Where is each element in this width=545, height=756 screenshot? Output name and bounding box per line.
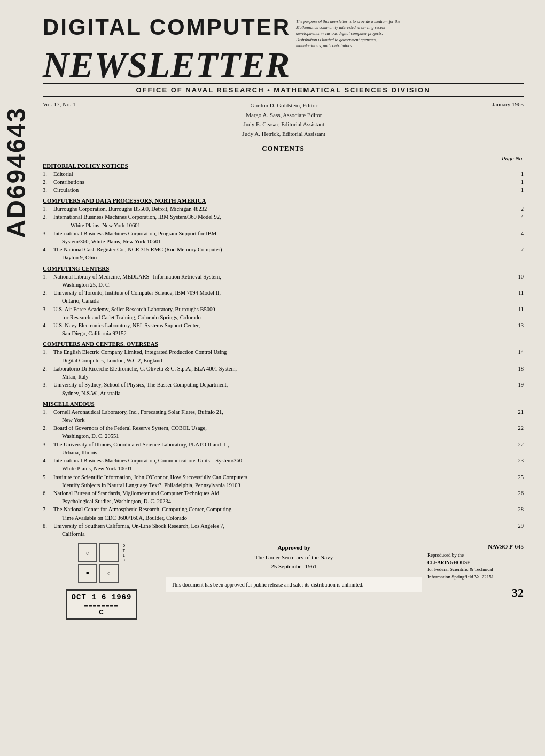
oct-stamp: OCT 1 6 1969 ▬▬▬▬▬▬▬▬ C [66, 589, 138, 620]
toc-container: EDITORIAL POLICY NOTICES 1. Editorial 1 … [43, 163, 524, 538]
toc-entry: 7. The National Center for Atmospheric R… [43, 505, 524, 521]
title-block: DIGITAL COMPUTER The purpose of this new… [43, 16, 524, 81]
clearinghouse-line2: CLEARINGHOUSE [427, 559, 524, 567]
toc-entry: 2. Laboratorio Di Ricerche Elettroniche,… [43, 365, 524, 381]
clearinghouse-block: NAVSO P-645 Reproduced by the CLEARINGHO… [427, 543, 524, 600]
page-number: 32 [512, 586, 524, 600]
toc-entry: 1. Cornell Aeronautical Laboratory, Inc.… [43, 408, 524, 424]
page-no-label: Page No. [43, 155, 524, 161]
toc-entry: 5. Institute for Scientific Information,… [43, 473, 524, 489]
dtic-box-4: ○ [99, 564, 119, 583]
clearinghouse-section: Reproduced by the CLEARINGHOUSE for Fede… [427, 552, 524, 581]
office-line: OFFICE OF NAVAL RESEARCH • MATHEMATICAL … [43, 83, 524, 97]
approved-date: 25 September 1961 [166, 562, 422, 572]
navso-label: NAVSO P-645 [427, 543, 524, 550]
toc-section-computers-overseas: COMPUTERS AND CENTERS, OVERSEAS 1. The E… [43, 341, 524, 397]
main-content: DIGITAL COMPUTER The purpose of this new… [32, 0, 545, 756]
toc-entry: 2. University of Toronto, Institute of C… [43, 289, 524, 305]
editor-2: Margo A. Sass, Associate Editor [242, 111, 325, 120]
toc-entry: 1. The English Electric Company Limited,… [43, 348, 524, 364]
oct-stamp-text: OCT 1 6 1969 [72, 593, 132, 601]
toc-entry: 1. Editorial 1 [43, 170, 524, 178]
toc-section-miscellaneous: MISCELLANEOUS 1. Cornell Aeronautical La… [43, 400, 524, 538]
toc-entry: 3. International Business Machines Corpo… [43, 229, 524, 245]
toc-entry: 3. University of Sydney, School of Physi… [43, 381, 524, 397]
approved-box: This document has been approved for publ… [166, 577, 422, 592]
digital-computer-title: DIGITAL COMPUTER [43, 16, 291, 38]
approved-by: Approved by [166, 543, 422, 553]
toc-entry: 4. U.S. Navy Electronics Laboratory, NEL… [43, 321, 524, 337]
stamp-area: ◌ ■ ○ DTIC OCT 1 6 1969 ▬▬▬▬▬▬▬▬ C [43, 543, 160, 620]
approved-box-text: This document has been approved for publ… [172, 582, 363, 588]
dtic-label-text: DTIC [123, 543, 126, 562]
contents-title: CONTENTS [43, 144, 524, 153]
dtic-box-2: ■ [78, 564, 97, 583]
toc-entry: 1. Burroughs Corporation, Burroughs B550… [43, 205, 524, 213]
toc-title-editorial: EDITORIAL POLICY NOTICES [43, 163, 524, 169]
dtic-box-3 [99, 543, 119, 562]
toc-entry: 8. University of Southern California, On… [43, 522, 524, 538]
bottom-section: ◌ ■ ○ DTIC OCT 1 6 1969 ▬▬▬▬▬▬▬▬ C [43, 543, 524, 620]
toc-entry: 4. International Business Machines Corpo… [43, 457, 524, 473]
toc-section-editorial: EDITORIAL POLICY NOTICES 1. Editorial 1 … [43, 163, 524, 195]
title-line: DIGITAL COMPUTER The purpose of this new… [43, 16, 524, 49]
dtic-c-label: C [72, 608, 132, 616]
dtic-bottom-label: ▬▬▬▬▬▬▬▬ [72, 603, 132, 608]
clearinghouse-line4: Information Springfield Va. 22151 [427, 574, 524, 581]
toc-section-computers-na: COMPUTERS AND DATA PROCESSORS, NORTH AME… [43, 197, 524, 262]
toc-entry: 3. The University of Illinois, Coordinat… [43, 441, 524, 457]
toc-entry: 1. National Library of Medicine, MEDLARS… [43, 273, 524, 289]
editor-1: Gordon D. Goldstein, Editor [242, 101, 325, 111]
date: January 1965 [492, 101, 524, 138]
toc-entry: 3. Circulation 1 [43, 186, 524, 194]
toc-entry: 6. National Bureau of Standards, Vigilom… [43, 489, 524, 505]
purpose-text: The purpose of this newsletter is to pro… [296, 19, 403, 49]
toc-entry: 2. Contributions 1 [43, 178, 524, 186]
editor-4: Judy A. Hetrick, Editorial Assistant [242, 129, 325, 139]
toc-entry: 3. U.S. Air Force Academy, Seiler Resear… [43, 305, 524, 321]
newsletter-title: NEWSLETTER [43, 49, 524, 81]
vol-line: Vol. 17, No. 1 Gordon D. Goldstein, Edit… [43, 101, 524, 138]
editor-3: Judy E. Ceasar, Editorial Assistant [242, 120, 325, 129]
clearinghouse-line1: Reproduced by the [427, 552, 524, 559]
toc-title-computers-overseas: COMPUTERS AND CENTERS, OVERSEAS [43, 341, 524, 347]
clearinghouse-line3: for Federal Scientific & Technical [427, 566, 524, 574]
editors-block: Gordon D. Goldstein, Editor Margo A. Sas… [242, 101, 325, 138]
document-page: AD694643 DIGITAL COMPUTER The purpose of… [0, 0, 545, 756]
approved-section: Approved by The Under Secretary of the N… [160, 543, 427, 592]
dtic-box-1: ◌ [78, 543, 97, 562]
toc-entry: 4. The National Cash Register Co., NCR 3… [43, 245, 524, 261]
header-section: DIGITAL COMPUTER The purpose of this new… [43, 16, 524, 81]
toc-title-computing-centers: COMPUTING CENTERS [43, 265, 524, 272]
ad-number: AD694643 [2, 107, 31, 238]
left-sidebar: AD694643 [0, 0, 32, 756]
toc-entry: 2. Board of Governors of the Federal Res… [43, 424, 524, 440]
toc-section-computing-centers: COMPUTING CENTERS 1. National Library of… [43, 265, 524, 338]
toc-title-computers-na: COMPUTERS AND DATA PROCESSORS, NORTH AME… [43, 197, 524, 204]
vol-info: Vol. 17, No. 1 [43, 101, 76, 138]
toc-entry: 2. International Business Machines Corpo… [43, 213, 524, 229]
approved-authority: The Under Secretary of the Navy [166, 553, 422, 562]
toc-title-miscellaneous: MISCELLANEOUS [43, 400, 524, 407]
dtic-stamp-area: ◌ ■ ○ DTIC [78, 543, 126, 583]
